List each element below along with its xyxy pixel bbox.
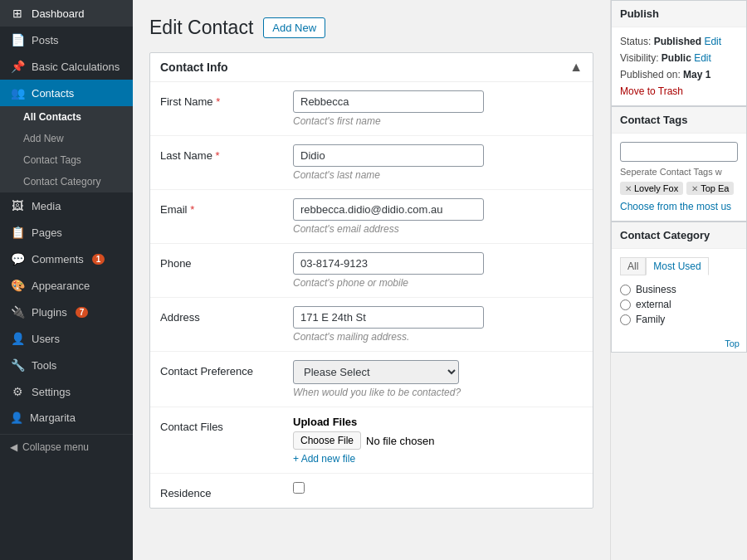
sidebar-item-label: Appearance xyxy=(32,280,90,292)
email-input[interactable] xyxy=(293,198,484,221)
sidebar-item-users[interactable]: 👤 Users xyxy=(0,325,133,352)
all-contacts-label: All Contacts xyxy=(23,111,81,123)
contact-files-label: Contact Files xyxy=(160,416,293,433)
required-star: * xyxy=(216,149,220,162)
sidebar-item-contacts[interactable]: 👥 Contacts xyxy=(0,80,133,106)
publish-box: Publish Status: Published Edit Visibilit… xyxy=(611,0,747,106)
collapse-menu-button[interactable]: ◀ Collapse menu xyxy=(0,434,133,460)
category-label-1: external xyxy=(636,299,671,310)
sidebar-item-label: Comments xyxy=(32,253,84,265)
remove-tag-0[interactable]: ✕ xyxy=(625,184,632,193)
comments-icon: 💬 xyxy=(10,252,25,265)
sidebar-item-settings[interactable]: ⚙ Settings xyxy=(0,378,133,405)
upload-files-label: Upload Files xyxy=(293,416,583,428)
choose-tags-link[interactable]: Choose from the most us xyxy=(620,201,731,212)
top-link[interactable]: Top xyxy=(612,335,746,352)
add-new-label: Add New xyxy=(23,133,64,144)
category-list: Business external Family xyxy=(620,282,738,327)
toggle-button[interactable]: ▲ xyxy=(569,60,583,75)
sidebar-username: Margarita xyxy=(30,411,76,424)
category-item-1: external xyxy=(620,297,738,312)
visibility-label: Visibility: xyxy=(620,52,658,64)
basic-calc-icon: 📌 xyxy=(10,60,25,73)
sidebar-item-plugins[interactable]: 🔌 Plugins 7 xyxy=(0,299,133,325)
sidebar-item-media[interactable]: 🖼 Media xyxy=(0,192,133,219)
address-row: Address Contact's mailing address. xyxy=(150,298,593,352)
category-item-0: Business xyxy=(620,282,738,297)
publish-visibility-row: Visibility: Public Edit xyxy=(620,52,738,64)
sidebar-item-contact-category[interactable]: Contact Category xyxy=(0,171,133,192)
sidebar-item-tools[interactable]: 🔧 Tools xyxy=(0,352,133,378)
pages-icon: 📋 xyxy=(10,226,25,239)
move-to-trash-link[interactable]: Move to Trash xyxy=(620,85,738,97)
media-icon: 🖼 xyxy=(10,199,25,212)
sidebar-user[interactable]: 👤 Margarita xyxy=(0,405,133,431)
contact-info-body: First Name * Contact's first name Last N… xyxy=(150,82,593,508)
tag-input[interactable] xyxy=(620,142,738,162)
published-on-label: Published on: xyxy=(620,69,681,80)
category-radio-2[interactable] xyxy=(620,314,631,325)
no-file-text: No file chosen xyxy=(366,435,434,447)
sidebar-item-comments[interactable]: 💬 Comments 1 xyxy=(0,246,133,272)
category-label-2: Family xyxy=(636,314,665,325)
cat-tab-most-used[interactable]: Most Used xyxy=(646,257,708,275)
sidebar-item-contact-tags[interactable]: Contact Tags xyxy=(0,149,133,171)
residence-checkbox[interactable] xyxy=(293,482,305,494)
email-field: Contact's email address xyxy=(293,198,583,235)
add-new-button[interactable]: Add New xyxy=(263,17,325,38)
residence-label: Residence xyxy=(160,482,293,499)
last-name-label: Last Name * xyxy=(160,144,293,162)
sidebar-item-dashboard[interactable]: ⊞ Dashboard xyxy=(0,0,133,27)
tools-icon: 🔧 xyxy=(10,358,25,372)
contact-files-field: Upload Files Choose File No file chosen … xyxy=(293,416,583,465)
contact-preference-field: Please Select Email Phone Mail When woul… xyxy=(293,360,583,398)
status-edit-link[interactable]: Edit xyxy=(704,36,721,47)
address-input[interactable] xyxy=(293,306,484,329)
choose-file-button[interactable]: Choose File xyxy=(293,431,361,450)
published-on-value: May 1 xyxy=(683,69,710,80)
contact-category-label: Contact Category xyxy=(23,176,100,187)
category-radio-1[interactable] xyxy=(620,299,631,310)
category-radio-0[interactable] xyxy=(620,285,631,295)
phone-field: Contact's phone or mobile xyxy=(293,252,583,289)
publish-date-row: Published on: May 1 xyxy=(620,69,738,80)
phone-input[interactable] xyxy=(293,252,484,275)
remove-tag-1[interactable]: ✕ xyxy=(691,184,698,193)
visibility-edit-link[interactable]: Edit xyxy=(694,52,711,64)
tag-badge-1: ✕ Top Ea xyxy=(686,182,734,195)
tag-badge-0: ✕ Lovely Fox xyxy=(620,182,683,195)
add-new-file-link[interactable]: + Add new file xyxy=(293,453,583,465)
contact-tags-body: Seperate Contact Tags w ✕ Lovely Fox ✕ T… xyxy=(612,134,746,221)
sidebar-item-label: Tools xyxy=(32,359,56,372)
page-header: Edit Contact Add New xyxy=(149,17,593,39)
address-field: Contact's mailing address. xyxy=(293,306,583,343)
contact-category-body: All Most Used Business external Family xyxy=(612,249,746,335)
publish-box-body: Status: Published Edit Visibility: Publi… xyxy=(612,27,746,105)
tag-label-0: Lovely Fox xyxy=(634,183,678,193)
contact-info-header: Contact Info ▲ xyxy=(150,53,593,82)
sidebar-item-pages[interactable]: 📋 Pages xyxy=(0,219,133,246)
first-name-input[interactable] xyxy=(293,90,484,113)
sidebar-item-label: Users xyxy=(32,333,60,345)
last-name-input[interactable] xyxy=(293,144,484,167)
contact-files-row: Contact Files Upload Files Choose File N… xyxy=(150,407,593,474)
sidebar-item-label: Plugins xyxy=(32,306,67,319)
sidebar-item-add-new[interactable]: Add New xyxy=(0,128,133,149)
residence-row: Residence xyxy=(150,474,593,508)
contact-preference-hint: When would you like to be contacted? xyxy=(293,387,583,398)
main-content: Edit Contact Add New Contact Info ▲ Firs… xyxy=(133,0,610,560)
tag-label-1: Top Ea xyxy=(701,183,729,193)
sidebar-item-posts[interactable]: 📄 Posts xyxy=(0,27,133,53)
sidebar-item-all-contacts[interactable]: All Contacts xyxy=(0,106,133,128)
sidebar-item-label: Media xyxy=(32,200,61,212)
sidebar-item-appearance[interactable]: 🎨 Appearance xyxy=(0,272,133,299)
address-label: Address xyxy=(160,306,293,324)
phone-hint: Contact's phone or mobile xyxy=(293,277,583,289)
plugins-icon: 🔌 xyxy=(10,305,25,319)
residence-field xyxy=(293,482,583,494)
sidebar-item-basic-calculations[interactable]: 📌 Basic Calculations xyxy=(0,53,133,80)
phone-label: Phone xyxy=(160,252,293,270)
contact-preference-select[interactable]: Please Select Email Phone Mail xyxy=(293,360,459,384)
cat-tab-all[interactable]: All xyxy=(620,257,646,275)
sidebar-item-label: Contacts xyxy=(32,87,74,100)
